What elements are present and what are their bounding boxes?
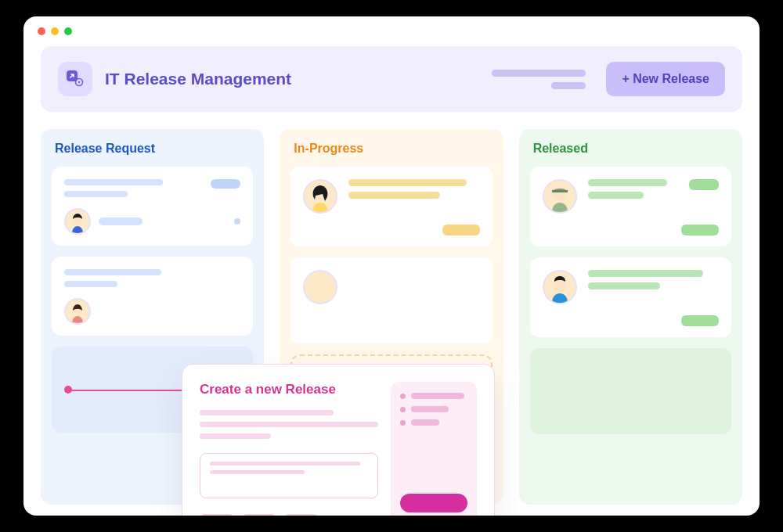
close-window-icon[interactable] <box>38 27 45 35</box>
released-card[interactable] <box>530 257 731 337</box>
modal-action-button[interactable] <box>284 514 319 516</box>
bullet-icon <box>400 394 406 399</box>
release-board: Release Request <box>41 129 742 505</box>
avatar-icon <box>64 208 91 235</box>
modal-side-panel <box>391 382 477 516</box>
progress-card[interactable] <box>290 257 492 343</box>
page-title: IT Release Management <box>105 70 291 88</box>
avatar-icon <box>64 298 91 325</box>
modal-footer-actions <box>200 514 378 516</box>
modal-action-button[interactable] <box>200 514 234 516</box>
page-header: IT Release Management + New Release <box>41 46 742 112</box>
minimize-window-icon[interactable] <box>51 27 59 35</box>
maximize-window-icon[interactable] <box>64 27 72 35</box>
bullet-icon <box>400 407 406 412</box>
request-card[interactable] <box>52 257 253 336</box>
header-meta-placeholder <box>492 70 586 89</box>
create-release-modal: Create a new Release <box>182 364 495 516</box>
modal-field-placeholder <box>200 410 378 439</box>
progress-card[interactable] <box>290 167 492 246</box>
column-title-released: Released <box>533 142 731 156</box>
avatar-icon <box>543 179 577 214</box>
status-dot-icon <box>234 218 240 225</box>
request-card[interactable] <box>52 167 253 246</box>
avatar-icon <box>303 179 337 214</box>
released-placeholder <box>530 348 731 434</box>
release-description-input[interactable] <box>200 453 378 498</box>
svg-rect-7 <box>552 190 568 192</box>
window-titlebar <box>23 16 760 46</box>
release-app-icon <box>58 62 92 96</box>
new-release-button[interactable]: + New Release <box>606 62 725 96</box>
svg-point-2 <box>78 81 80 83</box>
released-card[interactable] <box>530 167 731 246</box>
modal-action-button[interactable] <box>242 514 276 516</box>
bullet-icon <box>400 420 406 426</box>
app-window: IT Release Management + New Release Rele… <box>23 16 760 516</box>
column-title-progress: In-Progress <box>294 142 492 156</box>
column-released: Released <box>519 129 742 505</box>
avatar-icon <box>303 270 337 304</box>
column-title-request: Release Request <box>55 142 253 156</box>
avatar-icon <box>543 270 577 304</box>
modal-submit-button[interactable] <box>400 494 467 512</box>
modal-title: Create a new Release <box>200 382 378 397</box>
